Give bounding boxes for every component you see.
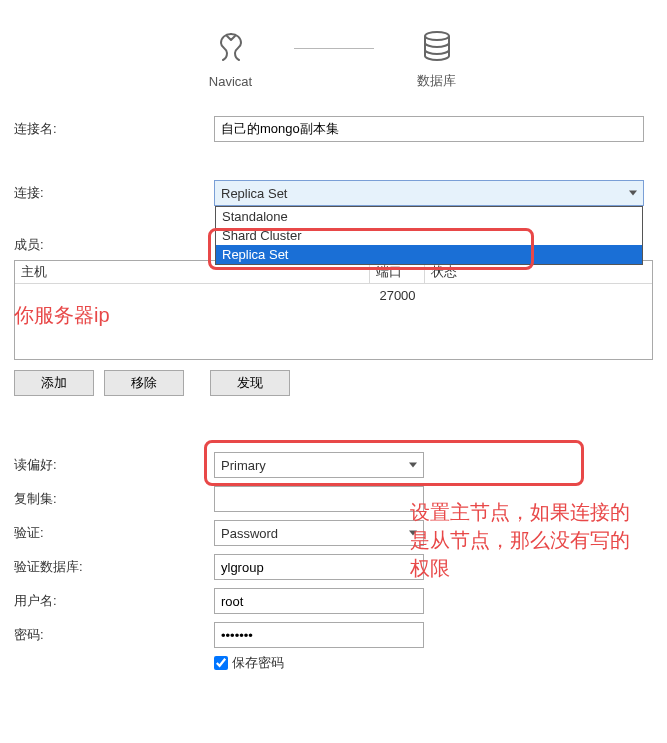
row-host: [15, 284, 370, 307]
read-pref-value: Primary: [221, 458, 266, 473]
database-icon: [419, 28, 455, 64]
members-table: 主机 端口 状态 27000: [14, 260, 653, 360]
auth-value: Password: [221, 526, 278, 541]
table-row[interactable]: 27000: [15, 284, 652, 307]
members-label: 成员:: [14, 236, 214, 254]
members-buttons: 添加 移除 发现: [14, 370, 653, 396]
chevron-down-icon: [409, 531, 417, 536]
save-pwd-checkbox[interactable]: [214, 656, 228, 670]
chevron-down-icon: [409, 463, 417, 468]
conn-type-option-shard[interactable]: Shard Cluster: [216, 226, 642, 245]
conn-type-option-replica[interactable]: Replica Set: [216, 245, 642, 264]
save-pwd-row: 保存密码: [214, 654, 653, 672]
conn-type-value: Replica Set: [221, 186, 287, 201]
pwd-input[interactable]: [214, 622, 424, 648]
user-input[interactable]: [214, 588, 424, 614]
save-pwd-label: 保存密码: [232, 654, 284, 672]
replica-set-input[interactable]: [214, 486, 424, 512]
conn-type-option-standalone[interactable]: Standalone: [216, 207, 642, 226]
user-label: 用户名:: [14, 592, 214, 610]
auth-db-input[interactable]: [214, 554, 424, 580]
conn-name-input[interactable]: [214, 116, 644, 142]
header-icons: Navicat 数据库: [14, 28, 653, 90]
conn-type-label: 连接:: [14, 184, 214, 202]
chevron-down-icon: [629, 191, 637, 196]
conn-type-dropdown: Standalone Shard Cluster Replica Set: [215, 206, 643, 265]
svg-point-0: [425, 32, 449, 40]
discover-button[interactable]: 发现: [210, 370, 290, 396]
navicat-icon: [213, 30, 249, 66]
pwd-label: 密码:: [14, 626, 214, 644]
read-pref-select[interactable]: Primary: [214, 452, 424, 478]
navicat-label: Navicat: [209, 74, 252, 89]
auth-db-label: 验证数据库:: [14, 558, 214, 576]
replica-set-label: 复制集:: [14, 490, 214, 508]
conn-type-select[interactable]: Replica Set Standalone Shard Cluster Rep…: [214, 180, 644, 206]
remove-button[interactable]: 移除: [104, 370, 184, 396]
add-button[interactable]: 添加: [14, 370, 94, 396]
navicat-block: Navicat: [196, 30, 266, 89]
connector-line: [294, 48, 374, 49]
auth-select[interactable]: Password: [214, 520, 424, 546]
read-pref-label: 读偏好:: [14, 456, 214, 474]
row-port: 27000: [370, 284, 425, 307]
auth-label: 验证:: [14, 524, 214, 542]
conn-name-label: 连接名:: [14, 120, 214, 138]
database-block: 数据库: [402, 28, 472, 90]
database-label: 数据库: [417, 72, 456, 90]
